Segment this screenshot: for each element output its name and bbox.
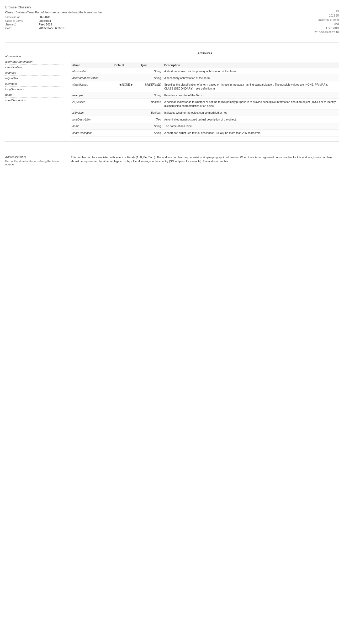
attr-name-cell: abbreviation xyxy=(71,68,113,75)
attr-default-cell xyxy=(113,75,139,81)
attributes-subtitle: · · · · · · · · · · · · · · · · · xyxy=(71,58,339,60)
left-attr-issystem: isSystem xyxy=(5,81,63,87)
top-info-line1: ... xyxy=(314,5,339,9)
class-of-label: Class of Term: xyxy=(5,19,37,22)
table-row: exampleStringProvides examples of the Te… xyxy=(71,92,339,99)
address-number-section: AddressNumber Part of the street address… xyxy=(5,151,339,166)
attr-desc-cell: Indicates whether the object can be modi… xyxy=(163,109,339,116)
attr-type-cell: String xyxy=(139,92,163,99)
subclass-value: HAZARD xyxy=(39,15,103,19)
left-attr-isqualifier: isQualifier xyxy=(5,76,63,81)
attr-default-cell xyxy=(113,129,139,136)
attr-desc-cell: A short non-structured textual descripti… xyxy=(163,129,339,136)
left-attr-shortdescription: shortDescription xyxy=(5,98,63,103)
attr-desc-cell: Specifies the classification of a term b… xyxy=(163,81,339,92)
attr-desc-cell: An unlimited nonstructured textual descr… xyxy=(163,116,339,123)
left-attr-longdescription: longDescription xyxy=(5,87,63,92)
meta-grid: Subclass of: HAZARD Class of Term: undef… xyxy=(5,15,103,30)
address-left: AddressNumber Part of the street address… xyxy=(5,155,63,166)
date-value: 2013-03-25 06:28:18 xyxy=(39,27,103,30)
attr-name-cell: longDescription xyxy=(71,116,113,123)
attr-desc-cell: A boolean indicator as to whether or not… xyxy=(163,99,339,109)
attr-name-cell: example xyxy=(71,92,113,99)
arrow-right-icon: ▶ xyxy=(131,83,133,86)
table-row: shortDescriptionStringA short non-struct… xyxy=(71,129,339,136)
attributes-table: Name Default Type Description abbreviati… xyxy=(71,62,339,137)
page-header: Browse Glossary Class: BusinessTerm Part… xyxy=(5,5,339,35)
left-attr-name: name xyxy=(5,92,63,98)
subclass-label: Subclass of: xyxy=(5,15,37,19)
arrow-left-icon: ◀ xyxy=(119,83,121,86)
top-info-line6: Feed 2013 xyxy=(314,26,339,30)
table-row: isQualifierBooleanA boolean indicator as… xyxy=(71,99,339,109)
table-row: isSystemBooleanIndicates whether the obj… xyxy=(71,109,339,116)
class-of-value: undefined xyxy=(39,19,103,22)
attr-default-cell xyxy=(113,92,139,99)
attr-desc-cell: The name of an Object. xyxy=(163,123,339,130)
attr-name-cell: alternateAbbreviation xyxy=(71,75,113,81)
table-row: longDescriptionTextAn unlimited nonstruc… xyxy=(71,116,339,123)
left-header: Browse Glossary Class: BusinessTerm Part… xyxy=(5,5,103,35)
attr-type-cell: String xyxy=(139,75,163,81)
address-description: This number can be associated with lette… xyxy=(71,155,339,164)
attr-name-cell: classification xyxy=(71,81,113,92)
left-attr-example: example xyxy=(5,70,63,76)
date-label: Date: xyxy=(5,27,37,30)
attributes-title: Attributes xyxy=(71,51,339,55)
attr-desc-cell: A secondary abbreviation of the Term. xyxy=(163,75,339,81)
attr-default-cell xyxy=(113,68,139,75)
top-right-info: ... ... 23 2013-25 undefined of Term Fee… xyxy=(314,5,339,35)
address-layout: AddressNumber Part of the street address… xyxy=(5,155,339,166)
class-row: Class: BusinessTerm Part of the street a… xyxy=(5,11,103,14)
top-info-line3: 2013-25 xyxy=(314,14,339,18)
attr-type-cell: UNDEFINED xyxy=(139,81,163,92)
right-panel: Attributes · · · · · · · · · · · · · · ·… xyxy=(71,51,339,137)
attr-desc-cell: A short name used as the primary abbrevi… xyxy=(163,68,339,75)
main-layout: abbreviation alternateAbbreviation class… xyxy=(5,51,339,137)
col-header-desc: Description xyxy=(163,62,339,68)
left-attr-list: abbreviation alternateAbbreviation class… xyxy=(5,54,63,103)
attr-type-cell: String xyxy=(139,68,163,75)
attr-default-cell xyxy=(113,109,139,116)
top-info-line7: 2013-03-25 06:28:18 xyxy=(314,30,339,35)
attr-default-cell xyxy=(113,116,139,123)
part-description: Part of the street address defining the … xyxy=(35,11,103,14)
col-header-name: Name xyxy=(71,62,113,68)
left-panel: abbreviation alternateAbbreviation class… xyxy=(5,51,63,137)
page-container: Browse Glossary Class: BusinessTerm Part… xyxy=(5,5,339,166)
left-attr-classification: classification xyxy=(5,65,63,70)
left-attr-abbreviation: abbreviation xyxy=(5,54,63,59)
attr-type-cell: Text xyxy=(139,116,163,123)
attr-name-cell: shortDescription xyxy=(71,129,113,136)
browse-glossary-title: Browse Glossary xyxy=(5,5,103,9)
table-row: classification◀ NONE ▶UNDEFINEDSpecifies… xyxy=(71,81,339,92)
attr-default-cell xyxy=(113,123,139,130)
divider-2 xyxy=(5,141,339,142)
attr-type-cell: Boolean xyxy=(139,99,163,109)
address-field-label: AddressNumber xyxy=(5,155,63,159)
address-right: This number can be associated with lette… xyxy=(71,155,339,166)
top-info-line4: undefined of Term xyxy=(314,18,339,22)
divider-1 xyxy=(5,43,339,43)
table-row: abbreviationStringA short name used as t… xyxy=(71,68,339,75)
class-value: BusinessTerm xyxy=(15,11,34,14)
attr-type-cell: String xyxy=(139,123,163,130)
attr-default-cell xyxy=(113,99,139,109)
attr-type-cell: String xyxy=(139,129,163,136)
steward-value: Feed 2013 xyxy=(39,23,103,26)
col-header-default: Default xyxy=(113,62,139,68)
steward-label: Steward: xyxy=(5,23,37,26)
attr-desc-cell: Provides examples of the Term. xyxy=(163,92,339,99)
top-info-line5: Feed xyxy=(314,22,339,26)
attr-name-cell: isSystem xyxy=(71,109,113,116)
attr-type-cell: Boolean xyxy=(139,109,163,116)
address-field-desc: Part of the street address defining the … xyxy=(5,160,63,166)
attr-default-cell: ◀ NONE ▶ xyxy=(113,81,139,92)
top-info-line2: ... 23 xyxy=(314,9,339,14)
class-label: Class: xyxy=(5,11,14,14)
attr-name-cell: isQualifier xyxy=(71,99,113,109)
table-row: nameStringThe name of an Object. xyxy=(71,123,339,130)
col-header-type: Type xyxy=(139,62,163,68)
left-attr-alternateabbreviation: alternateAbbreviation xyxy=(5,59,63,65)
table-row: alternateAbbreviationStringA secondary a… xyxy=(71,75,339,81)
